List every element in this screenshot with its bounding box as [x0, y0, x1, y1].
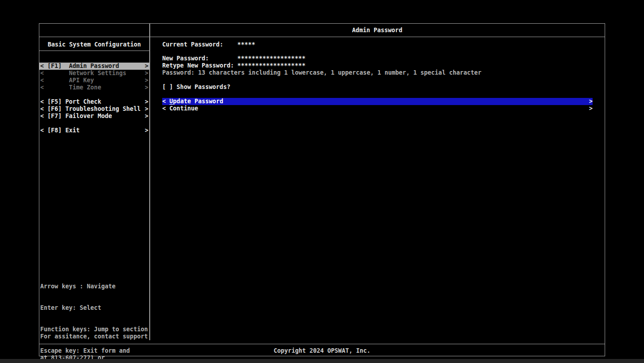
update-password-button[interactable]: < Update Password > [162, 98, 593, 105]
password-requirements-hint: Password: 13 characters including 1 lowe… [162, 69, 481, 76]
copyright-text: Copyright 2024 OPSWAT, Inc. [39, 347, 605, 355]
sidebar-item-admin-password[interactable]: < [F1] Admin Password > [39, 63, 149, 70]
sidebar-item-time-zone[interactable]: < Time Zone > [39, 84, 149, 91]
retype-password-input[interactable]: ******************* [237, 62, 305, 69]
sidebar-item-api-key[interactable]: < API Key > [39, 77, 149, 84]
hotkey-underline: U [169, 98, 173, 105]
sidebar-item-label: < [F5] Port Check [40, 98, 101, 106]
right-arrow-icon: > [145, 84, 148, 91]
sidebar-item-network-settings[interactable]: < Network Settings > [39, 70, 149, 77]
current-password-row: Current Password: ***** [162, 41, 255, 48]
footer-separator-line [39, 344, 605, 344]
bottom-screen-strip [0, 359, 644, 363]
sidebar-item-label: < [F7] Failover Mode [40, 113, 112, 120]
current-password-label: Current Password: [162, 41, 237, 48]
support-contact-text: For assitance, contact support at 813-60… [40, 319, 149, 363]
sidebar-item-label: < Time Zone [40, 84, 101, 91]
sidebar-item-troubleshooting-shell[interactable]: < [F6] Troubleshooting Shell > [39, 106, 149, 113]
update-password-button-label: < Update Password [162, 98, 223, 105]
support-line: For assitance, contact support [40, 333, 149, 340]
sidebar-item-label: < [F6] Troubleshooting Shell [40, 106, 141, 113]
admin-password-form: Current Password: ***** New Password: **… [162, 24, 593, 356]
show-passwords-row: [ ] Show Passwords? [162, 84, 230, 91]
sidebar-item-failover-mode[interactable]: < [F7] Failover Mode > [39, 113, 149, 120]
sidebar-item-label: < Network Settings [40, 70, 126, 77]
help-line: Enter key: Select [40, 304, 149, 312]
new-password-label: New Password: [162, 55, 237, 62]
terminal-screen: Basic System Configuration < [F1] Admin … [0, 0, 644, 363]
sidebar-spacer [39, 120, 149, 127]
right-arrow-icon: > [145, 63, 148, 70]
sidebar-item-label: < [F8] Exit [40, 127, 80, 134]
right-arrow-icon: > [145, 70, 148, 77]
right-arrow-icon: > [145, 77, 148, 84]
sidebar-spacer [39, 91, 149, 98]
right-arrow-icon: > [145, 113, 148, 120]
sidebar-header-separator [39, 51, 149, 51]
right-arrow-icon: > [145, 98, 148, 106]
continue-button[interactable]: < Continue > [162, 105, 593, 112]
show-passwords-checkbox[interactable]: [ ] [162, 84, 173, 91]
retype-password-label: Retype New Password: [162, 62, 237, 69]
sidebar-title: Basic System Configuration [39, 41, 149, 48]
continue-button-label: < Continue [162, 105, 198, 112]
retype-password-row: Retype New Password: ******************* [162, 62, 305, 69]
help-line: Arrow keys : Navigate [40, 283, 149, 290]
sidebar-item-label: < [F1] Admin Password [40, 63, 119, 70]
sidebar-item-port-check[interactable]: < [F5] Port Check > [39, 98, 149, 106]
new-password-input[interactable]: ******************* [237, 55, 305, 62]
sidebar-menu: < [F1] Admin Password > < Network Settin… [39, 63, 149, 134]
right-arrow-icon: > [589, 105, 593, 112]
sidebar: Basic System Configuration < [F1] Admin … [39, 24, 149, 356]
current-password-input[interactable]: ***** [237, 41, 255, 48]
right-arrow-icon: > [589, 98, 593, 105]
show-passwords-label: Show Passwords? [177, 84, 230, 91]
right-arrow-icon: > [145, 106, 148, 113]
sidebar-divider-line [149, 24, 150, 340]
config-window: Basic System Configuration < [F1] Admin … [39, 23, 605, 356]
right-arrow-icon: > [145, 127, 148, 134]
sidebar-item-exit[interactable]: < [F8] Exit > [39, 127, 149, 134]
sidebar-item-label: < API Key [40, 77, 94, 84]
new-password-row: New Password: ******************* [162, 55, 305, 62]
